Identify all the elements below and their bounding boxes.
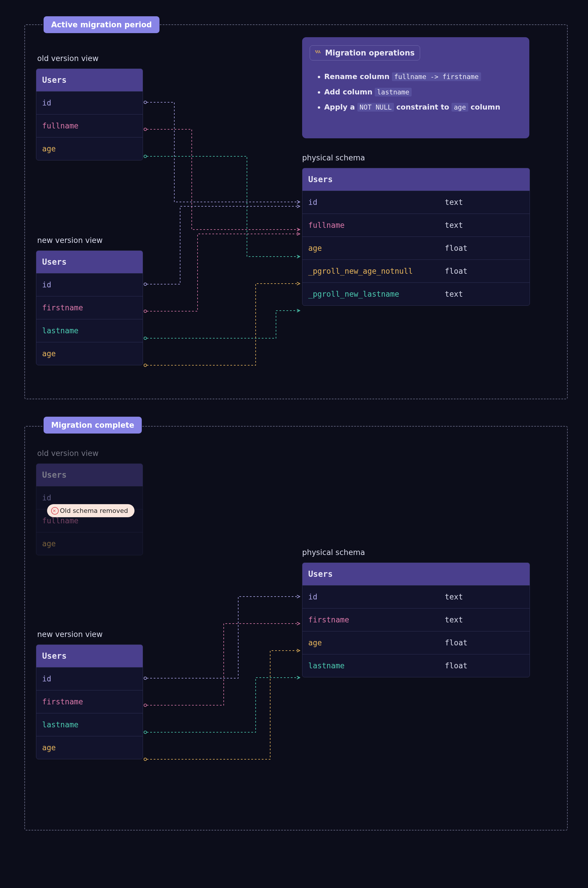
table-header: Users	[302, 168, 530, 190]
col-firstname: firstname	[302, 609, 439, 631]
physical-table-2: Users idtext firstnametext agefloat last…	[302, 562, 530, 677]
op-item-constraint: Apply a NOT NULL constraint to age colum…	[324, 100, 522, 115]
svg-line-2	[319, 51, 320, 53]
physical-label-2: physical schema	[302, 548, 365, 557]
active-period-badge: Active migration period	[44, 16, 159, 33]
svg-line-1	[317, 51, 318, 53]
col-type: float	[439, 654, 530, 677]
col-type: float	[439, 237, 530, 260]
physical-label-1: physical schema	[302, 153, 365, 162]
col-age: age	[302, 237, 439, 260]
col-new-lastname: _pgroll_new_lastname	[302, 283, 439, 305]
migration-icon	[314, 49, 322, 57]
new-view-label-1: new version view	[37, 236, 102, 244]
old-view-table-1: Users id fullname age	[36, 69, 143, 160]
svg-line-0	[315, 51, 316, 53]
new-view-table-1: Users id firstname lastname age	[36, 250, 143, 365]
old-view-label-1: old version view	[37, 54, 99, 63]
migration-operations-box: Migration operations Rename column fulln…	[302, 37, 530, 138]
col-id: id	[302, 585, 439, 608]
col-age: age	[36, 342, 142, 365]
col-type: text	[439, 585, 530, 608]
removed-pill: Old schema removed	[47, 504, 135, 517]
col-id: id	[36, 92, 142, 114]
col-type: text	[439, 609, 530, 631]
old-view-label-2: old version view	[37, 449, 99, 458]
col-age: age	[302, 632, 439, 654]
migration-ops-title: Migration operations	[325, 48, 415, 57]
table-header: Users	[36, 464, 142, 486]
col-age: age	[36, 532, 142, 555]
col-type: text	[439, 191, 530, 214]
new-view-label-2: new version view	[37, 630, 102, 639]
complete-badge: Migration complete	[44, 417, 142, 434]
op-item-add: Add column lastname	[324, 84, 522, 100]
col-fullname: fullname	[36, 114, 142, 137]
table-header: Users	[302, 563, 530, 585]
op-item-rename: Rename column fullname -> firstname	[324, 69, 522, 84]
col-lastname: lastname	[302, 654, 439, 677]
col-type: float	[439, 260, 530, 282]
col-age: age	[36, 138, 142, 160]
migration-ops-list: Rename column fullname -> firstname Add …	[310, 69, 522, 115]
removed-pill-label: Old schema removed	[60, 507, 128, 514]
col-fullname: fullname	[302, 214, 439, 237]
table-header: Users	[36, 251, 142, 273]
col-id: id	[36, 273, 142, 296]
col-type: text	[439, 214, 530, 237]
col-type: float	[439, 632, 530, 654]
col-new-age: _pgroll_new_age_notnull	[302, 260, 439, 282]
table-header: Users	[36, 645, 142, 667]
physical-table-1: Users idtext fullnametext agefloat _pgro…	[302, 168, 530, 306]
col-id: id	[36, 668, 142, 690]
col-age: age	[36, 736, 142, 759]
col-lastname: lastname	[36, 320, 142, 342]
col-lastname: lastname	[36, 713, 142, 736]
col-id: id	[302, 191, 439, 214]
col-type: text	[439, 283, 530, 305]
new-view-table-2: Users id firstname lastname age	[36, 645, 143, 759]
table-header: Users	[36, 69, 142, 91]
migration-ops-header: Migration operations	[310, 45, 420, 60]
col-firstname: firstname	[36, 296, 142, 319]
col-firstname: firstname	[36, 690, 142, 713]
